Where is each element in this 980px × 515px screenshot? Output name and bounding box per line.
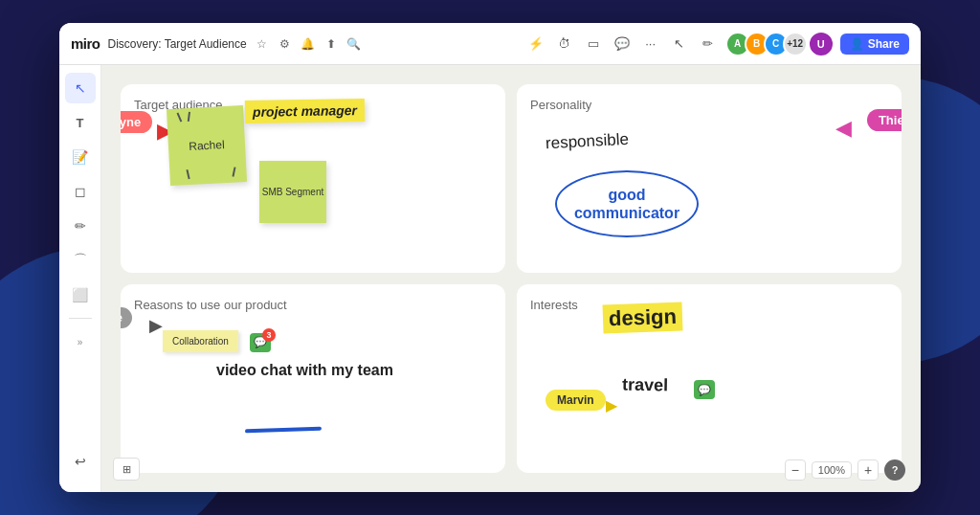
app-window: miro Discovery: Target Audience ☆ ⚙ 🔔 ⬆ … — [59, 23, 921, 492]
travel-text: travel — [622, 375, 668, 396]
notification-badge: 3 — [262, 328, 276, 342]
chat-badge-wrapper: 💬 3 — [250, 332, 271, 352]
search-icon[interactable]: 🔍 — [346, 36, 362, 52]
rachel-label: Rachel — [189, 138, 225, 153]
good-communicator-oval: good communicator — [555, 170, 699, 237]
zoom-percent[interactable]: 100% — [812, 461, 852, 479]
good-communicator-text: good communicator — [557, 186, 697, 222]
connector-tool[interactable]: ⌒ — [65, 245, 96, 276]
interests-section: Interests design travel 💬 Marvin — [517, 284, 902, 473]
help-button[interactable]: ? — [884, 459, 905, 481]
frame-tool[interactable]: ⬜ — [65, 280, 96, 310]
personality-title: Personality — [530, 98, 888, 112]
underline-decoration — [245, 427, 322, 434]
zoom-minus-btn[interactable]: − — [785, 459, 806, 481]
chat-icon-interests: 💬 — [694, 380, 715, 399]
cursor-icon[interactable]: ↖ — [668, 33, 691, 56]
canvas-area[interactable]: Target audience Dwayne ▶ Rachel — [101, 65, 921, 492]
toolbar: miro Discovery: Target Audience ☆ ⚙ 🔔 ⬆ … — [59, 23, 921, 65]
settings-icon[interactable]: ⚙ — [278, 36, 293, 52]
thierry-tag[interactable]: Thierry — [867, 109, 902, 131]
reasons-title: Reasons to use our product — [134, 298, 492, 312]
tools-sidebar: ↖ T 📝 ◻ ✏ ⌒ ⬜ » ↩ — [59, 65, 101, 492]
avatar-group: A B C +12 — [725, 32, 808, 56]
smb-label: SMB Segment — [262, 187, 323, 197]
user-avatar[interactable]: U — [808, 31, 835, 57]
video-chat-text: video chat with my team — [216, 361, 393, 381]
arrow-thierry: ◀ — [835, 116, 852, 141]
responsible-text: responsible — [546, 130, 630, 154]
more-tools[interactable]: » — [65, 326, 96, 357]
main-area: ↖ T 📝 ◻ ✏ ⌒ ⬜ » ↩ Target audience Dwayne — [59, 65, 921, 492]
cursor-tool[interactable]: ↖ — [65, 73, 96, 103]
arrow-rae: ▶ — [149, 315, 163, 336]
share-icon: 👤 — [850, 37, 864, 51]
board-grid: Target audience Dwayne ▶ Rachel — [121, 84, 902, 473]
avatar-count: +12 — [783, 32, 808, 56]
chat-icon[interactable]: 💬 — [611, 33, 634, 56]
marvin-tag[interactable]: Marvin — [546, 390, 606, 411]
toolbar-right: ⚡ ⏱ ▭ 💬 ··· ↖ ✏ A B C +12 U 👤 Share — [524, 31, 909, 57]
rachel-sticky[interactable]: Rachel — [167, 105, 247, 186]
document-title[interactable]: Discovery: Target Audience — [108, 37, 247, 51]
share-button[interactable]: 👤 Share — [840, 34, 909, 55]
collaboration-sticky[interactable]: Collaboration — [163, 330, 238, 352]
lightning-icon[interactable]: ⚡ — [524, 33, 547, 56]
target-audience-section: Target audience Dwayne ▶ Rachel — [121, 84, 505, 273]
sticky-tool[interactable]: 📝 — [65, 142, 96, 172]
star-icon[interactable]: ☆ — [255, 36, 270, 52]
reasons-section: Reasons to use our product Rae ▶ Collabo… — [121, 284, 505, 473]
frame-icon[interactable]: ▭ — [582, 33, 605, 56]
interests-title: Interests — [530, 298, 888, 312]
toolbar-left: miro Discovery: Target Audience ☆ ⚙ 🔔 ⬆ … — [71, 35, 517, 52]
dwayne-tag[interactable]: Dwayne — [121, 111, 152, 133]
project-manager-sticky[interactable]: project manager — [245, 99, 365, 123]
arrow-marvin: ▶ — [606, 396, 617, 414]
tool-divider — [69, 318, 92, 319]
smb-segment-sticky[interactable]: SMB Segment — [259, 161, 326, 223]
miro-logo: miro — [71, 35, 100, 52]
bell-icon[interactable]: 🔔 — [301, 36, 316, 52]
text-tool[interactable]: T — [65, 107, 96, 138]
pen-icon[interactable]: ✏ — [697, 33, 720, 56]
upload-icon[interactable]: ⬆ — [323, 36, 339, 52]
personality-section: Personality Thierry ◀ 💬 responsible — [517, 84, 902, 273]
shape-tool[interactable]: ◻ — [65, 176, 96, 207]
rae-tag[interactable]: Rae — [121, 307, 132, 328]
chat-icon-with-badge: 💬 3 — [250, 333, 271, 352]
zoom-controls: − 100% + ? — [785, 459, 905, 481]
pen-tool[interactable]: ✏ — [65, 211, 96, 241]
more-icon[interactable]: ··· — [639, 33, 662, 56]
design-text: design — [603, 302, 683, 334]
zoom-plus-btn[interactable]: + — [858, 459, 879, 481]
undo-tool[interactable]: ↩ — [65, 446, 96, 477]
timer-icon[interactable]: ⏱ — [553, 33, 576, 56]
minimap-button[interactable]: ⊞ — [113, 458, 140, 481]
